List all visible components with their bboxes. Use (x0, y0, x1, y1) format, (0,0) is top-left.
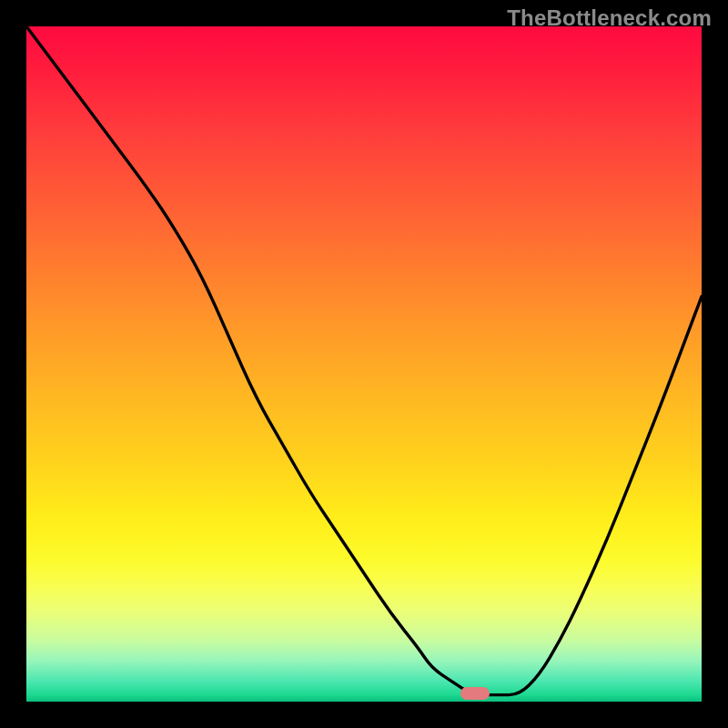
curve-path (26, 26, 702, 695)
plot-area (26, 26, 702, 702)
chart-frame: TheBottleneck.com (0, 0, 728, 728)
bottleneck-curve (26, 26, 702, 702)
optimal-marker (460, 687, 490, 700)
